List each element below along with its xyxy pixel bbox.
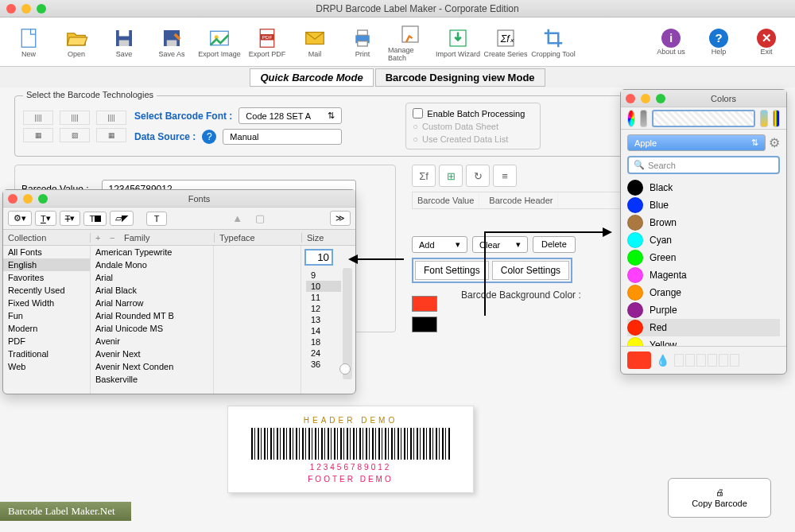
color-wheel-icon[interactable] [627,110,635,127]
exit-button[interactable]: ✕Exit [744,20,789,64]
save-as-button[interactable]: Save As [149,20,194,64]
import-wizard-button[interactable]: Import Wizard [436,20,480,64]
close-window-icon[interactable] [6,4,16,14]
datasource-help-icon[interactable]: ? [202,130,216,144]
open-button[interactable]: Open [54,20,99,64]
overflow-icon[interactable]: ≫ [330,211,351,226]
mode-tabs: Quick Barcode Mode Barcode Designing vie… [0,67,795,87]
refresh-icon[interactable]: ↻ [466,165,490,187]
shadow-box-icon[interactable]: ▢ [255,212,265,224]
tech-preview-icons: |||||||||||| ▦▨▦ [23,111,126,142]
color-wells[interactable] [674,354,780,367]
color-search-input[interactable]: 🔍 Search [627,156,780,174]
color-list[interactable]: BlackBlueBrownCyanGreenMagentaOrangePurp… [621,179,786,346]
help-button[interactable]: ?Help [696,20,741,64]
tab-color-settings[interactable]: Color Settings [492,261,569,280]
zoom-icon[interactable] [656,94,665,103]
color-list-select[interactable]: Apple⇅ [627,134,766,151]
search-icon: 🔍 [634,160,645,170]
enable-batch-checkbox[interactable] [413,108,423,118]
font-size-input[interactable] [304,249,333,266]
svg-rect-13 [358,30,368,35]
font-label: Select Barcode Font : [134,111,232,122]
collection-list[interactable]: All FontsEnglishFavoritesRecently UsedFi… [3,246,91,394]
add-collection-icon[interactable]: + [91,233,105,243]
barcode-preview: HEADER DEMO 123456789012 FOOTER DEMO [227,406,474,493]
window-titlebar: DRPU Barcode Label Maker - Corporate Edi… [0,0,795,17]
strikethrough-icon[interactable]: T▾ [60,211,81,226]
print-button[interactable]: Print [340,20,385,64]
tab-quick-barcode[interactable]: Quick Barcode Mode [250,68,373,87]
main-toolbar: New Open Save Save As Export Image PDFEx… [0,17,795,67]
typeface-list[interactable] [214,246,301,394]
minimize-icon[interactable] [641,94,650,103]
datasource-select[interactable]: Manual [223,129,342,145]
svg-rect-3 [119,40,130,46]
list-icon[interactable]: ≡ [493,165,517,187]
text-color-icon[interactable]: T [83,212,107,226]
barcode-font-select[interactable]: Code 128 SET A⇅ [238,107,342,124]
group-legend: Select the Barcode Technologies [23,90,157,99]
footer-ribbon: Barcode Label Maker.Net [0,502,142,521]
save-button[interactable]: Save [102,20,146,64]
size-list[interactable]: 91011121314182436 [301,246,355,394]
image-icon[interactable] [760,110,768,127]
minimize-window-icon[interactable] [21,4,31,14]
minimize-icon[interactable] [23,194,33,204]
radio-icon: ○ [413,134,418,144]
sliders-icon[interactable] [640,110,648,127]
svg-rect-15 [402,26,418,42]
add-select[interactable]: Add▾ [412,236,467,253]
color-swatch-red[interactable] [412,296,437,312]
pencils-icon[interactable] [773,110,781,127]
tab-designing-view[interactable]: Barcode Designing view Mode [375,68,545,87]
clear-select[interactable]: Clear▾ [472,236,528,253]
svg-text:PDF: PDF [262,34,273,40]
chevron-up-down-icon: ⇅ [751,138,758,148]
about-button[interactable]: iAbout us [649,20,693,64]
copy-icon: 🖨 [716,487,724,497]
close-icon[interactable] [8,194,17,204]
family-list[interactable]: American TypewriteAndale MonoArialArial … [91,246,214,394]
text-icon[interactable]: T [146,212,167,226]
svg-rect-5 [167,40,177,46]
chevron-up-down-icon: ⇅ [328,111,335,121]
excel-icon[interactable]: ⊞ [439,165,463,187]
shadow-angle-icon[interactable]: ▲ [232,212,242,224]
eyedropper-icon[interactable]: 💧 [656,354,669,367]
zoom-icon[interactable] [38,194,48,204]
svg-rect-2 [119,30,130,37]
selected-color-swatch [627,351,651,369]
series-icon[interactable]: Σf [412,165,436,187]
manage-batch-button[interactable]: Manage Batch [388,20,432,64]
colors-window-title: Colors [665,94,781,103]
cropping-tool-button[interactable]: Cropping Tool [531,20,576,64]
export-image-button[interactable]: Export Image [197,20,242,64]
new-button[interactable]: New [6,20,51,64]
delete-button[interactable]: Delete [533,236,576,253]
svg-rect-14 [358,41,368,45]
svg-rect-0 [21,29,36,47]
color-swatch-black[interactable] [412,316,437,332]
close-icon[interactable] [626,94,635,103]
tab-font-settings[interactable]: Font Settings [415,261,489,280]
palette-icon[interactable] [652,110,755,127]
mail-button[interactable]: Mail [293,20,337,64]
copy-barcode-button[interactable]: 🖨 Copy Barcode [668,478,771,518]
fonts-window: Fonts ⚙▾ T▾ T▾ T ▱◤ T ▲ ▢ ≫ Collection +… [2,189,356,394]
underline-icon[interactable]: T▾ [35,211,56,226]
gear-icon[interactable]: ⚙▾ [8,211,32,226]
preview-footer: FOOTER DEMO [308,475,393,483]
document-color-icon[interactable]: ▱◤ [110,211,134,226]
remove-collection-icon[interactable]: − [105,233,119,243]
create-series-button[interactable]: ΣfₓCreate Series [483,20,528,64]
datasource-label: Data Source : [134,131,196,142]
fonts-window-title: Fonts [48,194,351,204]
export-pdf-button[interactable]: PDFExport PDF [245,20,289,64]
svg-text:Σfₓ: Σfₓ [500,33,514,45]
window-title: DRPU Barcode Label Maker - Corporate Edi… [46,3,789,14]
colors-window: Colors Apple⇅ ⚙ 🔍 Search BlackBlueBrownC… [620,89,787,375]
size-slider[interactable] [343,268,352,379]
zoom-window-icon[interactable] [37,4,46,14]
gear-icon[interactable]: ⚙ [769,135,780,150]
